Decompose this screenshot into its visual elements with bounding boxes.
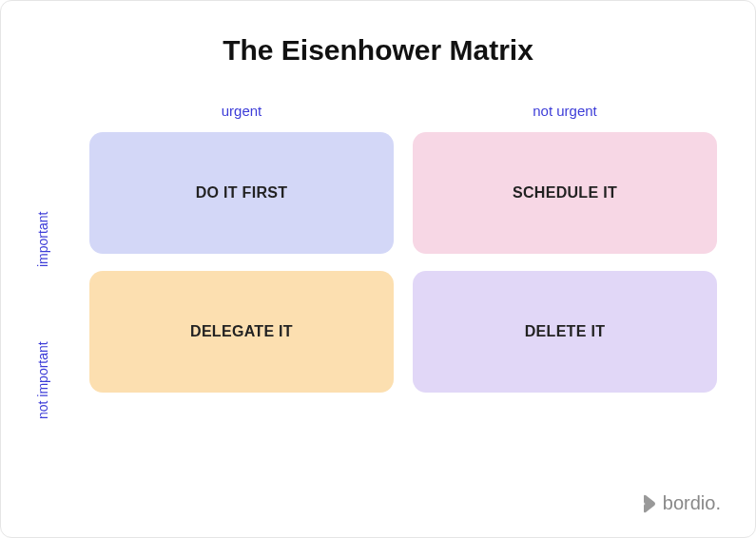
cell-do-first: DO IT FIRST: [89, 132, 394, 254]
matrix-row-not-important: DELEGATE IT DELETE IT: [89, 271, 717, 393]
brand-icon: [642, 494, 657, 513]
matrix-rows: DO IT FIRST SCHEDULE IT DELEGATE IT DELE…: [89, 132, 717, 393]
col-header-urgent: urgent: [89, 103, 394, 119]
cell-schedule-it: SCHEDULE IT: [413, 132, 717, 254]
row-label-not-important: not important: [35, 341, 50, 419]
cell-delegate-it: DELEGATE IT: [89, 271, 394, 393]
col-header-not-urgent: not urgent: [413, 103, 717, 119]
row-label-important: important: [35, 212, 50, 267]
matrix-container: important not important urgent not urgen…: [1, 103, 755, 393]
matrix-row-important: DO IT FIRST SCHEDULE IT: [89, 132, 717, 254]
diagram-title: The Eisenhower Matrix: [1, 34, 755, 67]
brand-text: bordio.: [663, 492, 721, 514]
cell-delete-it: DELETE IT: [413, 271, 717, 393]
brand-logo: bordio.: [642, 492, 721, 514]
column-headers: urgent not urgent: [89, 103, 717, 119]
